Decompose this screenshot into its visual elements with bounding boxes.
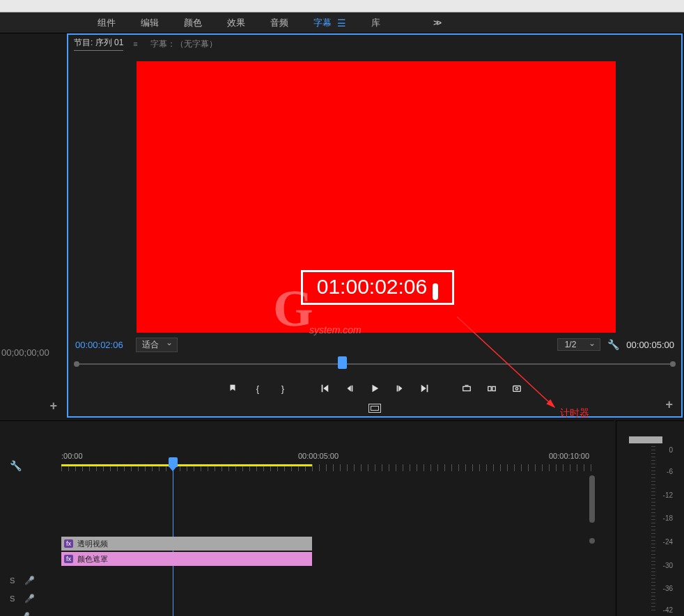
mark-out-button[interactable]: }: [276, 381, 290, 395]
solo-button[interactable]: S: [10, 594, 15, 603]
settings-wrench-icon[interactable]: 🔧: [607, 339, 619, 350]
ruler-tick-0: :00:00: [61, 452, 83, 460]
tab-effects[interactable]: 效果: [227, 17, 245, 29]
resolution-dropdown[interactable]: 1/2: [557, 338, 601, 351]
fx-badge: fx: [64, 539, 73, 548]
scrub-playhead[interactable]: [338, 356, 347, 369]
tab-audio[interactable]: 音频: [270, 17, 288, 29]
tab-editing[interactable]: 编辑: [141, 17, 159, 29]
ruler-tick-2: 00:00:10:00: [549, 452, 589, 460]
svg-point-4: [515, 388, 518, 390]
panel-menu-icon[interactable]: ≡: [133, 40, 137, 48]
fx-badge: fx: [64, 555, 73, 563]
tab-library[interactable]: 库: [371, 17, 380, 29]
duration-timecode: 00:00:05:00: [626, 340, 674, 350]
timeline-settings-icon[interactable]: 🔧: [10, 460, 22, 471]
ruler-tick-1: 00:00:05:00: [298, 452, 339, 460]
voiceover-icon[interactable]: 🎤: [24, 576, 35, 585]
audio-meter-panel: 0 -6 -12 -18 -24 -30 -36 -42: [616, 420, 684, 616]
clip-name: 透明视频: [77, 539, 108, 549]
meter-label: -42: [663, 606, 673, 614]
program-bottom-row: [68, 400, 681, 416]
clip-name: 颜色遮罩: [77, 554, 108, 564]
source-panel: 00;00;00;00 +: [0, 33, 65, 418]
scrollbar-end-icon: [589, 538, 595, 544]
meter-label: 0: [669, 446, 673, 454]
solo-button[interactable]: S: [10, 576, 15, 585]
meter-label: -36: [663, 585, 673, 592]
add-button-right[interactable]: +: [665, 397, 673, 412]
active-tab-indicator: ☰: [337, 17, 346, 29]
voiceover-icon[interactable]: 🎤: [24, 594, 35, 603]
go-to-in-button[interactable]: [318, 381, 332, 395]
vertical-scrollbar[interactable]: [589, 475, 595, 523]
watermark-text: system.com: [309, 324, 362, 335]
cursor-indicator: [433, 283, 438, 300]
export-frame-button[interactable]: [510, 381, 524, 395]
svg-rect-0: [463, 386, 471, 390]
add-marker-button[interactable]: [226, 381, 240, 395]
meter-label: -12: [663, 491, 673, 499]
video-clip-1[interactable]: fx 透明视频: [61, 537, 312, 551]
voiceover-icon[interactable]: 🎤: [20, 612, 30, 616]
annotation-label: 计时器: [560, 407, 589, 420]
audio-track-headers: S 🎤 S 🎤 🎤: [0, 571, 61, 616]
go-to-out-button[interactable]: [418, 381, 432, 395]
timeline-ruler[interactable]: :00:00 00:00:05:00 00:00:10:00: [61, 449, 598, 474]
meter-header: [629, 436, 662, 443]
extract-button[interactable]: [485, 381, 499, 395]
audio-row-3[interactable]: 🎤: [0, 608, 61, 616]
source-timecode: 00;00;00;00: [1, 347, 49, 358]
scrub-start-dot: [74, 361, 79, 367]
video-clip-2[interactable]: fx 颜色遮罩: [61, 552, 312, 566]
current-timecode[interactable]: 00:00:02:06: [75, 340, 123, 350]
svg-rect-1: [488, 386, 491, 390]
step-forward-button[interactable]: [393, 381, 407, 395]
workspace-tabs: 组件 编辑 颜色 效果 音频 字幕 ☰ 库 >>: [0, 13, 684, 33]
program-title[interactable]: 节目: 序列 01: [74, 37, 123, 51]
program-monitor-panel: 节目: 序列 01 ≡ 字幕：（无字幕） G system.com 01:00:…: [67, 33, 683, 418]
timeline-panel: 🔧 :00:00 00:00:05:00 00:00:10:00 fx 透明视频…: [0, 420, 614, 616]
program-header: 节目: 序列 01 ≡ 字幕：（无字幕）: [68, 35, 681, 53]
add-panel-button[interactable]: +: [49, 399, 57, 413]
play-button[interactable]: [368, 381, 382, 395]
meter-scale: 0 -6 -12 -18 -24 -30 -36 -42: [652, 446, 673, 613]
timecode-overlay: 01:00:02:06: [301, 270, 454, 305]
tab-assembly[interactable]: 组件: [98, 17, 116, 29]
scrub-bar[interactable]: [75, 356, 674, 370]
meter-label: -24: [663, 538, 673, 546]
svg-rect-3: [513, 386, 521, 392]
more-tabs-icon[interactable]: >>: [433, 17, 440, 28]
safe-margins-icon[interactable]: [368, 404, 381, 413]
scrub-end-dot: [670, 361, 676, 367]
program-info-row: 00:00:02:06 适合 1/2 🔧 00:00:05:00: [75, 337, 674, 352]
tab-captions[interactable]: 字幕: [313, 17, 332, 29]
meter-label: -30: [663, 562, 673, 569]
meter-label: -18: [663, 514, 673, 522]
transport-controls: { }: [68, 379, 681, 398]
mark-in-button[interactable]: {: [251, 381, 265, 395]
meter-label: -6: [667, 468, 673, 475]
audio-row-1[interactable]: S 🎤: [0, 571, 61, 590]
audio-row-2[interactable]: S 🎤: [0, 590, 61, 608]
work-area-bar[interactable]: [61, 464, 312, 466]
scrub-track: [75, 363, 674, 365]
svg-rect-2: [492, 386, 495, 390]
step-back-button[interactable]: [343, 381, 357, 395]
tab-color[interactable]: 颜色: [184, 17, 202, 29]
program-viewer[interactable]: G system.com 01:00:02:06: [137, 61, 616, 333]
window-chrome: [0, 0, 684, 13]
caption-track-label[interactable]: 字幕：（无字幕）: [150, 38, 217, 50]
zoom-fit-dropdown[interactable]: 适合: [136, 338, 178, 352]
lift-button[interactable]: [460, 381, 474, 395]
timecode-overlay-value: 01:00:02:06: [317, 275, 427, 298]
